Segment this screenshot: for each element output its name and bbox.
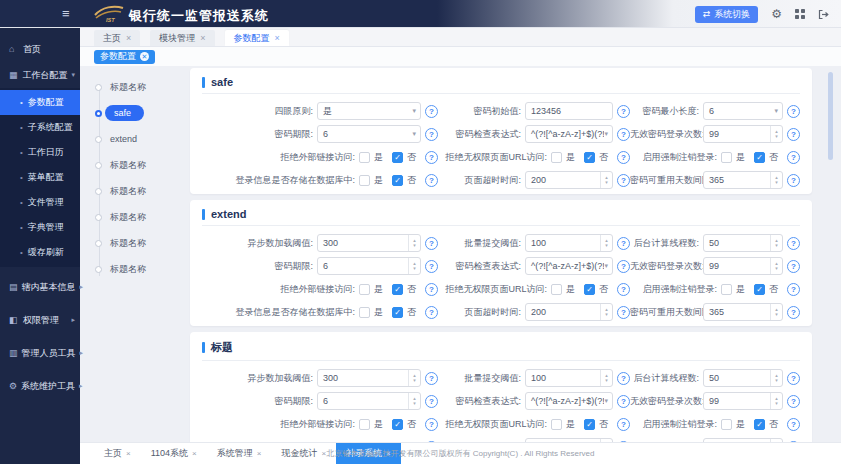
stepper-icon[interactable]: ▴▾ (600, 370, 612, 386)
stepper-icon[interactable]: ▴▾ (408, 393, 420, 409)
help-icon[interactable]: ? (425, 174, 438, 187)
checkbox-no[interactable]: ✓ (392, 284, 403, 295)
sidebar-item[interactable]: ▤辖内基本信息▸ (0, 274, 80, 300)
checkbox-no[interactable]: ✓ (754, 152, 765, 163)
help-icon[interactable]: ? (617, 306, 630, 319)
footer-tab[interactable]: 1104系统× (141, 443, 207, 464)
help-icon[interactable]: ? (787, 237, 800, 250)
stepper-icon[interactable]: ▴▾ (770, 370, 782, 386)
help-icon[interactable]: ? (425, 128, 438, 141)
chip-close-icon[interactable]: ✕ (140, 52, 149, 61)
checkbox-yes[interactable] (721, 419, 732, 430)
help-icon[interactable]: ? (617, 418, 630, 431)
checkbox-yes[interactable] (551, 284, 562, 295)
help-icon[interactable]: ? (617, 105, 630, 118)
field-number-input[interactable]: 50▴▾ (703, 369, 783, 387)
tab-close-icon[interactable]: × (275, 33, 280, 43)
help-icon[interactable]: ? (425, 260, 438, 273)
stepper-icon[interactable]: ▴▾ (770, 126, 782, 142)
checkbox-yes[interactable] (359, 284, 370, 295)
tab-close-icon[interactable]: × (321, 449, 326, 458)
checkbox-no[interactable]: ✓ (392, 307, 403, 318)
checkbox-no[interactable]: ✓ (754, 419, 765, 430)
sidebar-subitem[interactable]: •字典管理 (0, 215, 80, 240)
help-icon[interactable]: ? (787, 151, 800, 164)
field-number-input[interactable]: 300▴▾ (317, 234, 421, 252)
anchor-item[interactable]: 标题名称 (95, 256, 190, 282)
field-number-input[interactable]: 100▴▾ (525, 234, 613, 252)
workspace-tab[interactable]: 参数配置× (225, 30, 289, 46)
field-select[interactable]: 6▾ (317, 125, 421, 143)
anchor-item[interactable]: 标题名称 (95, 204, 190, 230)
checkbox-no[interactable]: ✓ (584, 419, 595, 430)
apps-grid-icon[interactable] (795, 9, 805, 19)
footer-tab[interactable]: 系统管理× (207, 443, 272, 464)
gear-icon[interactable]: ⚙ (771, 8, 782, 20)
sidebar-subitem[interactable]: •子系统配置 (0, 115, 80, 140)
stepper-icon[interactable]: ▴▾ (770, 235, 782, 251)
sidebar-item[interactable]: ▥管理人员工具▸ (0, 340, 80, 366)
sidebar-item[interactable]: ▦工作台配置▾ (0, 62, 80, 88)
anchor-item[interactable]: 标题名称 (95, 74, 190, 100)
anchor-item[interactable]: safe (95, 100, 190, 126)
help-icon[interactable]: ? (787, 418, 800, 431)
stepper-icon[interactable]: ▴▾ (770, 172, 782, 188)
checkbox-no[interactable]: ✓ (584, 152, 595, 163)
stepper-icon[interactable]: ▴▾ (408, 258, 420, 274)
sidebar-subitem[interactable]: •文件管理 (0, 190, 80, 215)
tab-close-icon[interactable]: × (126, 33, 131, 43)
sidebar-subitem[interactable]: •菜单配置 (0, 165, 80, 190)
field-number-input[interactable]: 6▴▾ (317, 257, 421, 275)
checkbox-yes[interactable] (721, 152, 732, 163)
tab-close-icon[interactable]: × (126, 449, 131, 458)
anchor-item[interactable]: extend (95, 126, 190, 152)
system-switch-button[interactable]: ⇄ 系统切换 (695, 6, 759, 23)
help-icon[interactable]: ? (787, 128, 800, 141)
field-select[interactable]: 6▾ (703, 102, 783, 120)
field-select[interactable]: ^(?![^a-zA-z]+$)(?!\D+$)[0-9A-Z...▾ (525, 125, 613, 143)
workspace-tab[interactable]: 主页× (94, 30, 140, 46)
help-icon[interactable]: ? (787, 260, 800, 273)
checkbox-no[interactable]: ✓ (584, 284, 595, 295)
stepper-icon[interactable]: ▴▾ (600, 235, 612, 251)
sidebar-item[interactable]: ⌂首页 (0, 36, 80, 62)
help-icon[interactable]: ? (425, 105, 438, 118)
field-number-input[interactable]: 6▴▾ (317, 392, 421, 410)
help-icon[interactable]: ? (425, 306, 438, 319)
help-icon[interactable]: ? (425, 237, 438, 250)
tab-close-icon[interactable]: × (200, 33, 205, 43)
help-icon[interactable]: ? (787, 174, 800, 187)
help-icon[interactable]: ? (617, 395, 630, 408)
help-icon[interactable]: ? (787, 283, 800, 296)
help-icon[interactable]: ? (617, 260, 630, 273)
anchor-item[interactable]: 标题名称 (95, 178, 190, 204)
vertical-scrollbar[interactable] (828, 72, 833, 160)
stepper-icon[interactable]: ▴▾ (408, 370, 420, 386)
field-number-input[interactable]: 200▴▾ (525, 171, 613, 189)
field-number-input[interactable]: 200▴▾ (525, 303, 613, 321)
help-icon[interactable]: ? (425, 395, 438, 408)
checkbox-yes[interactable] (359, 307, 370, 318)
stepper-icon[interactable]: ▴▾ (770, 258, 782, 274)
stepper-icon[interactable]: ▴▾ (770, 304, 782, 320)
footer-tab[interactable]: 主页× (94, 443, 141, 464)
checkbox-yes[interactable] (551, 152, 562, 163)
help-icon[interactable]: ? (425, 372, 438, 385)
checkbox-yes[interactable] (359, 152, 370, 163)
anchor-item[interactable]: 标题名称 (95, 152, 190, 178)
stepper-icon[interactable]: ▴▾ (600, 304, 612, 320)
field-number-input[interactable]: 99▴▾ (703, 257, 783, 275)
help-icon[interactable]: ? (787, 372, 800, 385)
help-icon[interactable]: ? (617, 283, 630, 296)
field-number-input[interactable]: 50▴▾ (703, 234, 783, 252)
help-icon[interactable]: ? (787, 306, 800, 319)
stepper-icon[interactable]: ▴▾ (770, 393, 782, 409)
checkbox-yes[interactable] (359, 419, 370, 430)
help-icon[interactable]: ? (617, 237, 630, 250)
checkbox-no[interactable]: ✓ (392, 175, 403, 186)
sidebar-subitem[interactable]: •参数配置 (0, 90, 80, 115)
help-icon[interactable]: ? (787, 395, 800, 408)
field-number-input[interactable]: 365▴▾ (703, 171, 783, 189)
checkbox-yes[interactable] (551, 419, 562, 430)
workspace-tab[interactable]: 模块管理× (150, 30, 214, 46)
